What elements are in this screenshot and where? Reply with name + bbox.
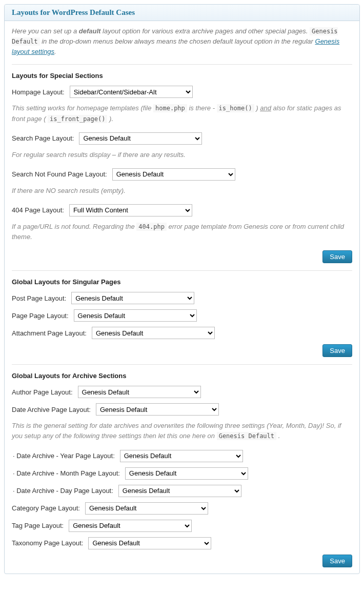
attachment-layout-row: Attachment Page Layout: Genesis Default [12,327,352,339]
help-text: ). [107,115,113,123]
page-layout-row: Page Page Layout: Genesis Default [12,309,352,322]
panel-title: Layouts for WordPress Default Cases [5,5,359,21]
attachment-layout-label: Attachment Page Layout: [12,329,87,337]
author-layout-select[interactable]: Genesis Default [78,386,201,398]
date-month-layout-label: Date Archive - Month Page Layout: [12,469,120,477]
date-year-layout-select[interactable]: Genesis Default [120,450,243,462]
help-text: If a page/URL is not found. Regarding th… [12,223,136,230]
date-day-layout-row: Date Archive - Day Page Layout: Genesis … [12,485,352,497]
save-row-3: Save [12,555,352,567]
help-text: . [276,432,280,440]
author-layout-row: Author Page Layout: Genesis Default [12,386,352,398]
intro-part4: . [54,48,56,55]
search-layout-row: Search Page Layout: Genesis Default [12,132,352,145]
intro-part2: layout option for various extra archive … [100,27,310,35]
post-layout-row: Post Page Layout: Genesis Default [12,292,352,304]
section-title-special: Layouts for Special Sections [12,72,352,80]
page-layout-label: Page Page Layout: [12,312,69,320]
help-text: is there - [187,104,217,112]
tag-layout-label: Tag Page Layout: [12,522,64,529]
intro-part1: Here you can set up a [12,27,79,35]
code-is-front-page: is_front_page() [48,115,107,123]
date-month-layout-select[interactable]: Genesis Default [125,467,248,480]
post-layout-select[interactable]: Genesis Default [71,292,194,304]
search-not-found-layout-select[interactable]: Genesis Default [112,168,235,181]
divider [12,364,352,365]
homepage-layout-select[interactable]: Sidebar/Content/Sidebar-Alt [70,86,193,98]
date-archive-layout-row: Date Archive Page Layout: Genesis Defaul… [12,403,352,416]
taxonomy-layout-select[interactable]: Genesis Default [88,537,211,549]
search-layout-help: For regular search results display – if … [12,150,352,160]
settings-metabox: Layouts for WordPress Default Cases Here… [4,4,360,574]
date-year-layout-label: Date Archive - Year Page Layout: [12,452,115,460]
code-genesis-default: Genesis Default [217,432,276,440]
search-not-found-layout-row: Search Not Found Page Layout: Genesis De… [12,168,352,181]
divider [12,270,352,271]
404-layout-row: 404 Page Layout: Full Width Content [12,204,352,216]
date-month-layout-row: Date Archive - Month Page Layout: Genesi… [12,467,352,480]
intro-text: Here you can set up a default layout opt… [12,26,352,57]
tag-layout-select[interactable]: Genesis Default [69,520,192,532]
help-text: This setting works for homepage template… [12,104,153,112]
page-layout-select[interactable]: Genesis Default [74,309,197,322]
code-is-home: is_home() [217,104,254,112]
tag-layout-row: Tag Page Layout: Genesis Default [12,520,352,532]
date-archive-layout-label: Date Archive Page Layout: [12,406,91,413]
save-row-2: Save [12,344,352,357]
404-layout-label: 404 Page Layout: [12,206,64,214]
save-button[interactable]: Save [322,555,352,567]
help-and: and [260,104,271,112]
date-year-layout-row: Date Archive - Year Page Layout: Genesis… [12,450,352,462]
save-button[interactable]: Save [322,250,352,263]
homepage-layout-label: Hompage Layout: [12,88,65,96]
intro-part3: in the drop-down menus below always mean… [40,37,315,45]
save-button[interactable]: Save [322,344,352,357]
post-layout-label: Post Page Layout: [12,294,66,302]
section-title-singular: Global Layouts for Singular Pages [12,278,352,286]
category-layout-label: Category Page Layout: [12,504,80,512]
category-layout-row: Category Page Layout: Genesis Default [12,502,352,515]
section-title-archive: Global Layouts for Archive Sections [12,372,352,380]
help-text: ) [254,104,260,112]
category-layout-select[interactable]: Genesis Default [85,502,208,515]
attachment-layout-select[interactable]: Genesis Default [92,327,215,339]
search-not-found-layout-help: If there are NO search results (empty). [12,186,352,196]
help-text: This is the general setting for date arc… [12,422,341,440]
date-archive-layout-select[interactable]: Genesis Default [96,403,219,416]
code-home-php: home.php [153,104,187,112]
code-404-php: 404.php [136,223,167,231]
panel-body: Here you can set up a default layout opt… [5,21,359,574]
404-layout-select[interactable]: Full Width Content [69,204,192,216]
date-day-layout-label: Date Archive - Day Page Layout: [12,487,113,495]
divider [12,64,352,65]
homepage-layout-help: This setting works for homepage template… [12,103,352,124]
taxonomy-layout-row: Taxonomy Page Layout: Genesis Default [12,537,352,549]
search-layout-select[interactable]: Genesis Default [79,132,202,145]
search-layout-label: Search Page Layout: [12,134,74,142]
search-not-found-layout-label: Search Not Found Page Layout: [12,170,107,178]
intro-default-word: default [79,27,101,35]
homepage-layout-row: Hompage Layout: Sidebar/Content/Sidebar-… [12,86,352,98]
date-day-layout-select[interactable]: Genesis Default [118,485,241,497]
404-layout-help: If a page/URL is not found. Regarding th… [12,222,352,242]
save-row-1: Save [12,250,352,263]
taxonomy-layout-label: Taxonomy Page Layout: [12,539,83,547]
author-layout-label: Author Page Layout: [12,388,73,396]
date-archive-layout-help: This is the general setting for date arc… [12,421,352,441]
